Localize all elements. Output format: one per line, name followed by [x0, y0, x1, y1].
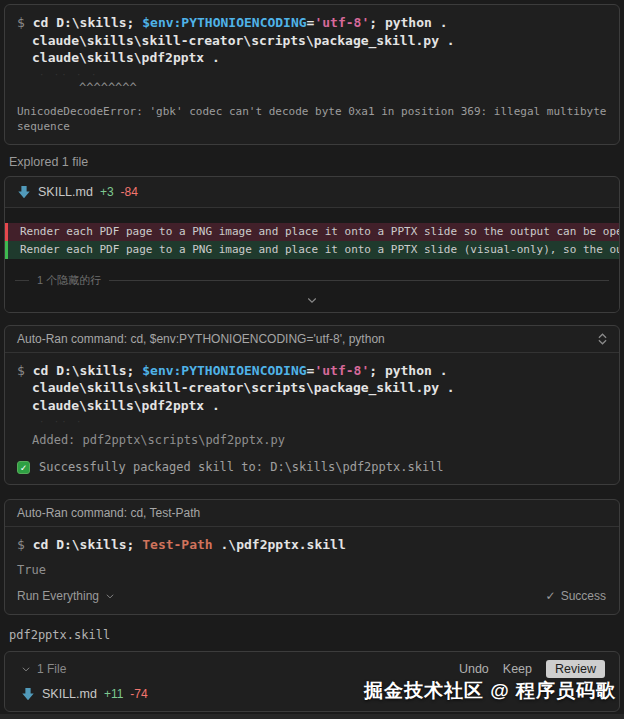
- string-literal: 'utf-8': [314, 363, 369, 378]
- diff-body: Render each PDF page to a PNG image and …: [5, 208, 619, 312]
- diff-removed-line: Render each PDF page to a PNG image and …: [5, 223, 619, 241]
- review-actions: Undo Keep Review: [459, 660, 605, 678]
- command-text: cd D:\skills;: [33, 15, 143, 30]
- auto-ran-header-2[interactable]: Auto-Ran command: cd, Test-Path: [5, 500, 619, 527]
- command-text-tail: ; python .: [369, 363, 447, 378]
- markdown-file-icon: [21, 687, 35, 701]
- command-line-2: claude\skills\skill-creator\scripts\pack…: [17, 379, 607, 397]
- command-text: cd D:\skills;: [33, 537, 143, 552]
- auto-ran-card-1: Auto-Ran command: cd, $env:PYTHONIOENCOD…: [4, 325, 620, 486]
- faded-output-line: · ·· ·: [39, 417, 159, 428]
- terminal-success-content: $ cd D:\skills; $env:PYTHONIOENCODING='u…: [5, 353, 619, 485]
- command-text: cd D:\skills;: [33, 363, 143, 378]
- command-line: $ cd D:\skills; Test-Path .\pdf2pptx.ski…: [17, 536, 607, 554]
- skill-file-reference: pdf2pptx.skill: [9, 628, 620, 642]
- cmdlet-name: Test-Path: [142, 537, 212, 552]
- command-line-3: claude\skills\pdf2pptx .: [17, 49, 607, 67]
- chat-panel: $ cd D:\skills; $env:PYTHONIOENCODING='u…: [0, 0, 624, 719]
- faded-traceback-line: · ·· · ·: [39, 70, 159, 81]
- expand-diff-button[interactable]: [5, 292, 619, 306]
- hidden-lines-label: 1 个隐藏的行: [37, 273, 101, 288]
- chevron-down-icon: [105, 591, 115, 601]
- terminal-testpath-content: $ cd D:\skills; Test-Path .\pdf2pptx.ski…: [5, 527, 619, 614]
- shell-prompt: $: [17, 363, 33, 378]
- string-literal: 'utf-8': [314, 15, 369, 30]
- unfold-icon[interactable]: [598, 333, 607, 345]
- auto-ran-header-1[interactable]: Auto-Ran command: cd, $env:PYTHONIOENCOD…: [5, 326, 619, 353]
- check-icon: ✓: [546, 589, 556, 603]
- chevron-down-icon: [306, 294, 318, 306]
- explored-files-label: Explored 1 file: [9, 155, 620, 169]
- divider: [109, 280, 609, 281]
- status-badge: ✓ Success: [546, 589, 606, 603]
- terminal-error-content: $ cd D:\skills; $env:PYTHONIOENCODING='u…: [5, 5, 619, 144]
- markdown-file-icon: [17, 185, 31, 199]
- panel-bottom-edge: [0, 714, 624, 719]
- status-label: Success: [561, 589, 606, 603]
- env-variable: $env:PYTHONIOENCODING: [142, 15, 306, 30]
- command-line-2: claude\skills\skill-creator\scripts\pack…: [17, 32, 607, 50]
- command-line-3: claude\skills\pdf2pptx .: [17, 397, 607, 415]
- green-check-icon: ✓: [17, 461, 30, 474]
- keep-button[interactable]: Keep: [503, 662, 532, 676]
- added-file-output: Added: pdf2pptx\scripts\pdf2pptx.py: [17, 433, 607, 448]
- diff-removed-count: -84: [121, 185, 138, 199]
- undo-button[interactable]: Undo: [459, 662, 489, 676]
- run-footer: Run Everything ✓ Success: [17, 589, 607, 604]
- review-file-name: SKILL.md: [42, 687, 97, 701]
- diff-added-line: Render each PDF page to a PNG image and …: [5, 241, 619, 259]
- review-file-row[interactable]: SKILL.md +11 -74: [5, 681, 619, 711]
- diff-file-name: SKILL.md: [38, 185, 93, 199]
- review-added-count: +11: [104, 687, 123, 701]
- shell-prompt: $: [17, 537, 33, 552]
- command-line-1: $ cd D:\skills; $env:PYTHONIOENCODING='u…: [17, 362, 607, 380]
- diff-card: SKILL.md +3 -84 Render each PDF page to …: [4, 176, 620, 313]
- files-count-label: 1 File: [37, 662, 66, 676]
- review-card: 1 File Undo Keep Review SKILL.md +11 -74: [4, 651, 620, 712]
- divider: [15, 280, 29, 281]
- auto-ran-title: Auto-Ran command: cd, $env:PYTHONIOENCOD…: [17, 332, 385, 346]
- files-toggle[interactable]: 1 File: [21, 662, 66, 676]
- success-message: Successfully packaged skill to: D:\skill…: [39, 460, 444, 474]
- diff-added-count: +3: [100, 185, 114, 199]
- env-variable: $env:PYTHONIOENCODING: [142, 363, 306, 378]
- review-button[interactable]: Review: [546, 660, 605, 678]
- command-text-tail: ; python .: [369, 15, 447, 30]
- chevron-down-icon: [21, 664, 31, 674]
- auto-ran-title: Auto-Ran command: cd, Test-Path: [17, 506, 200, 520]
- command-arg: .\pdf2pptx.skill: [213, 537, 346, 552]
- diff-file-header[interactable]: SKILL.md +3 -84: [5, 177, 619, 208]
- review-header-row: 1 File Undo Keep Review: [5, 652, 619, 681]
- run-dropdown-label: Run Everything: [17, 589, 99, 603]
- shell-prompt: $: [17, 15, 33, 30]
- review-removed-count: -74: [130, 687, 147, 701]
- hidden-lines-indicator[interactable]: 1 个隐藏的行: [15, 273, 609, 288]
- auto-ran-card-2: Auto-Ran command: cd, Test-Path $ cd D:\…: [4, 499, 620, 615]
- error-message: UnicodeDecodeError: 'gbk' codec can't de…: [17, 104, 607, 134]
- terminal-output-card-error: $ cd D:\skills; $env:PYTHONIOENCODING='u…: [4, 4, 620, 145]
- command-line-1: $ cd D:\skills; $env:PYTHONIOENCODING='u…: [17, 14, 607, 32]
- error-caret-markers: ^^^^^^^^: [79, 81, 607, 95]
- success-row: ✓ Successfully packaged skill to: D:\ski…: [17, 460, 607, 474]
- command-output: True: [17, 563, 607, 578]
- run-everything-dropdown[interactable]: Run Everything: [17, 589, 115, 603]
